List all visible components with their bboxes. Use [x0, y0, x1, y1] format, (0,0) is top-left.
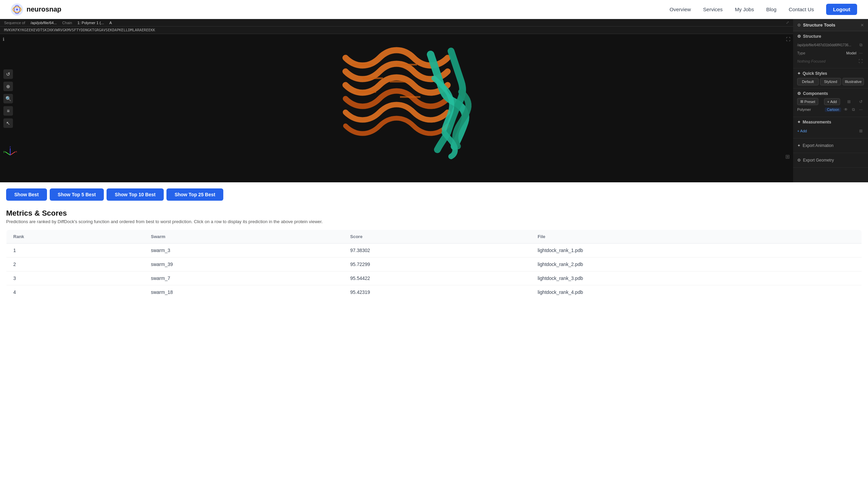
add-measurement-btn[interactable]: + Add: [797, 129, 807, 133]
components-row: ⊞ Preset + Add ⊞ ↺: [797, 98, 864, 105]
cell-score: 97.38302: [343, 244, 531, 257]
polymer-more-btn[interactable]: ···: [858, 106, 864, 113]
file-link[interactable]: lightdock_rank_4.pdb: [538, 289, 583, 295]
preset-btn[interactable]: ⊞ Preset: [797, 98, 818, 105]
reset-btn[interactable]: ↺: [3, 69, 13, 79]
cursor-btn[interactable]: ↖: [3, 118, 13, 128]
col-rank: Rank: [6, 230, 144, 244]
chain-label: Chain: [62, 21, 72, 25]
svg-text:z: z: [10, 145, 11, 148]
metrics-title: Metrics & Scores: [6, 209, 862, 218]
brand-name: neurosnap: [27, 5, 61, 13]
structure-tools-panel: ⚙ Structure Tools ✕ ⚙ Structure /api/job…: [793, 19, 868, 182]
table-row[interactable]: 4 swarm_18 95.42319 lightdock_rank_4.pdb: [6, 285, 862, 299]
fullscreen-icon[interactable]: ⛶: [786, 37, 790, 42]
quick-styles-buttons: Default Stylized Illustrative: [797, 78, 864, 85]
cell-rank: 2: [6, 257, 144, 271]
qs-stylized-btn[interactable]: Stylized: [820, 78, 841, 85]
comp-adjust-btn[interactable]: ⊞: [846, 99, 852, 105]
nav-overview[interactable]: Overview: [670, 6, 691, 12]
export-geometry-btn[interactable]: ⚙ Export Geometry: [797, 156, 864, 165]
polymer-view-btn[interactable]: 👁: [842, 106, 849, 113]
measurements-title: ✦ Measurements: [797, 120, 864, 124]
logo-icon: [11, 3, 23, 16]
layers-btn[interactable]: ≡: [3, 106, 13, 116]
focus-expand-btn[interactable]: ⛶: [857, 58, 864, 64]
sequence-text: MVKVKFKYKGEEKEVDTSKIKKVWRVGKMVSFTYDDNGKT…: [0, 27, 793, 34]
col-swarm: Swarm: [144, 230, 343, 244]
measurements-icon: ✦: [797, 120, 801, 124]
show-best-btn[interactable]: Show Best: [6, 188, 47, 201]
cell-score: 95.72299: [343, 257, 531, 271]
qs-illustrative-btn[interactable]: Illustrative: [842, 78, 864, 85]
table-header: Rank Swarm Score File: [6, 230, 862, 244]
metrics-section: Metrics & Scores Predictions are ranked …: [0, 201, 868, 307]
file-link[interactable]: lightdock_rank_3.pdb: [538, 276, 583, 281]
quick-styles-title: ✦ Quick Styles: [797, 71, 864, 76]
structure-gear-icon: ⚙: [797, 34, 801, 39]
col-file: File: [531, 230, 862, 244]
seq-of-label: Sequence of: [4, 21, 25, 25]
viewer-canvas[interactable]: ℹ ⛶ ↺ ⊕ 🔍 ≡ ↖: [0, 34, 793, 163]
qs-default-btn[interactable]: Default: [797, 78, 819, 85]
quick-styles-icon: ✦: [797, 71, 801, 76]
focused-value: Nothing Focused: [797, 59, 825, 63]
components-title: ⚙ Components: [797, 91, 864, 96]
cell-file: lightdock_rank_4.pdb: [531, 285, 862, 299]
brand: neurosnap: [11, 3, 61, 16]
file-link[interactable]: lightdock_rank_1.pdb: [538, 248, 583, 253]
export-geo-icon: ⚙: [797, 158, 801, 163]
file-path-row: /api/job/file/6487d31b0dd6ff41736... ⧉: [797, 41, 864, 49]
seq-path: /api/job/file/64...: [31, 21, 57, 25]
nav-my-jobs[interactable]: My Jobs: [735, 6, 754, 12]
cell-swarm: swarm_3: [144, 244, 343, 257]
add-comp-btn[interactable]: + Add: [824, 98, 840, 105]
type-value: Model: [846, 51, 856, 55]
cell-rank: 3: [6, 271, 144, 285]
file-path: /api/job/file/6487d31b0dd6ff41736...: [797, 43, 851, 47]
panel-title: Structure Tools: [803, 22, 835, 28]
nav-contact[interactable]: Contact Us: [789, 6, 814, 12]
nav-links: Overview Services My Jobs Blog Contact U…: [670, 4, 857, 15]
nav-services[interactable]: Services: [703, 6, 723, 12]
col-score: Score: [343, 230, 531, 244]
viewer-left: Sequence of /api/job/file/64... Chain 1:…: [0, 19, 793, 182]
table-row[interactable]: 3 swarm_7 95.54422 lightdock_rank_3.pdb: [6, 271, 862, 285]
measurements-list-btn[interactable]: ⊞: [858, 128, 864, 134]
zoom-btn[interactable]: 🔍: [3, 94, 13, 103]
cell-swarm: swarm_7: [144, 271, 343, 285]
polymer-row[interactable]: Polymer Cartoon 👁 ⧉ ···: [797, 105, 864, 114]
show-top-25-btn[interactable]: Show Top 25 Best: [166, 188, 224, 201]
expand-icon[interactable]: ⤢: [786, 20, 789, 25]
panel-header: ⚙ Structure Tools ✕: [793, 19, 868, 31]
center-btn[interactable]: ⊕: [3, 82, 13, 91]
svg-line-10: [10, 152, 15, 155]
copy-path-btn[interactable]: ⧉: [858, 42, 864, 48]
export-animation-btn[interactable]: ✦ Export Animation: [797, 141, 864, 150]
show-top-10-btn[interactable]: Show Top 10 Best: [107, 188, 164, 201]
polymer-copy-btn[interactable]: ⧉: [851, 106, 856, 113]
logout-button[interactable]: Logout: [826, 4, 857, 15]
comp-reset-btn[interactable]: ↺: [858, 99, 864, 105]
structure-section-title: ⚙ Structure: [797, 34, 864, 39]
nav-blog[interactable]: Blog: [766, 6, 776, 12]
focused-row: Nothing Focused ⛶: [797, 57, 864, 65]
table-row[interactable]: 1 swarm_3 97.38302 lightdock_rank_1.pdb: [6, 244, 862, 257]
cell-rank: 4: [6, 285, 144, 299]
bottom-right-control[interactable]: ⊞: [785, 153, 790, 160]
file-link[interactable]: lightdock_rank_2.pdb: [538, 262, 583, 267]
components-section: ⚙ Components ⊞ Preset + Add ⊞ ↺ Polymer …: [793, 88, 868, 117]
export-anim-icon: ✦: [797, 143, 801, 148]
components-icon: ⚙: [797, 91, 801, 96]
table-row[interactable]: 2 swarm_39 95.72299 lightdock_rank_2.pdb: [6, 257, 862, 271]
info-icon[interactable]: ℹ: [3, 37, 4, 42]
show-top-5-btn[interactable]: Show Top 5 Best: [50, 188, 104, 201]
cell-score: 95.42319: [343, 285, 531, 299]
type-row: Type Model ···: [797, 49, 864, 57]
cell-swarm: swarm_18: [144, 285, 343, 299]
action-buttons: Show Best Show Top 5 Best Show Top 10 Be…: [0, 182, 868, 201]
svg-point-3: [16, 9, 18, 11]
type-more-btn[interactable]: ···: [858, 50, 864, 56]
viewer-controls: ↺ ⊕ 🔍 ≡ ↖: [3, 69, 13, 128]
panel-close[interactable]: ✕: [861, 23, 864, 28]
